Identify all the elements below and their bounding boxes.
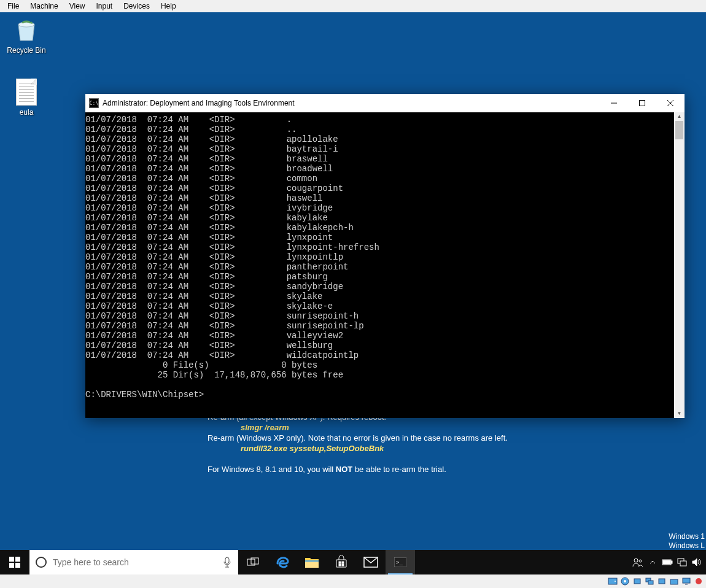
vm-menu-help[interactable]: Help bbox=[156, 1, 181, 11]
cortana-icon[interactable] bbox=[29, 557, 53, 568]
svg-rect-5 bbox=[9, 557, 14, 562]
svg-text:>_: >_ bbox=[396, 559, 403, 565]
vm-menu-view[interactable]: View bbox=[64, 1, 90, 11]
people-icon[interactable] bbox=[631, 550, 645, 574]
svg-rect-7 bbox=[9, 563, 14, 568]
vm-hdd-icon[interactable] bbox=[608, 576, 618, 586]
vm-usb-icon[interactable] bbox=[657, 576, 667, 586]
tray-battery-icon[interactable] bbox=[661, 550, 674, 574]
svg-point-31 bbox=[615, 581, 616, 582]
vm-recording-icon[interactable] bbox=[694, 576, 704, 586]
windows-desktop[interactable]: Re-arm (all except Windows XP). Requires… bbox=[0, 12, 706, 562]
text-file-icon bbox=[16, 79, 37, 106]
windows-logo-icon bbox=[9, 557, 20, 568]
desktop-icon-label: Recycle Bin bbox=[3, 46, 50, 55]
bg-line3: For Windows 8, 8.1 and 10, you will NOT … bbox=[208, 464, 508, 474]
svg-rect-29 bbox=[680, 561, 686, 566]
desktop-background-text: Re-arm (all except Windows XP). Requires… bbox=[208, 412, 508, 474]
scroll-down-icon[interactable]: ▼ bbox=[674, 409, 685, 418]
store-icon bbox=[335, 555, 348, 569]
svg-rect-8 bbox=[15, 563, 20, 568]
mic-icon[interactable] bbox=[216, 557, 238, 568]
vm-optical-icon[interactable] bbox=[620, 576, 630, 586]
cmd-titlebar[interactable]: C:\ Administrator: Deployment and Imagin… bbox=[85, 94, 685, 112]
svg-point-23 bbox=[634, 559, 638, 562]
svg-rect-18 bbox=[339, 564, 341, 566]
svg-rect-19 bbox=[342, 564, 344, 566]
vm-menu-input[interactable]: Input bbox=[91, 1, 118, 11]
svg-point-41 bbox=[696, 578, 702, 584]
vm-audio-icon[interactable] bbox=[632, 576, 642, 586]
tray-volume-icon[interactable] bbox=[690, 550, 704, 574]
svg-point-33 bbox=[624, 580, 626, 582]
vm-menubar: File Machine View Input Devices Help bbox=[0, 0, 706, 12]
vm-network-icon[interactable] bbox=[645, 576, 654, 586]
scroll-thumb[interactable] bbox=[675, 121, 683, 139]
cmd-titlebar-icon: C:\ bbox=[89, 98, 99, 108]
start-button[interactable] bbox=[0, 550, 29, 574]
desktop-icon-eula[interactable]: eula bbox=[3, 79, 50, 117]
task-view-icon bbox=[247, 557, 259, 567]
scroll-up-icon[interactable]: ▲ bbox=[674, 112, 685, 121]
cmd-icon: >_ bbox=[394, 557, 406, 567]
tray-network-icon[interactable] bbox=[675, 550, 689, 574]
mail-icon bbox=[363, 557, 378, 568]
svg-rect-39 bbox=[683, 578, 690, 583]
minimize-button[interactable] bbox=[600, 94, 628, 112]
taskbar-app-store[interactable] bbox=[327, 550, 356, 574]
cmd-output-area[interactable]: 01/07/2018 07:24 AM <DIR> . 01/07/2018 0… bbox=[85, 112, 674, 418]
edge-icon bbox=[275, 555, 290, 570]
vm-display-icon[interactable] bbox=[681, 576, 691, 586]
vm-menu-devices[interactable]: Devices bbox=[118, 1, 155, 11]
close-button[interactable] bbox=[656, 94, 685, 112]
svg-rect-36 bbox=[648, 581, 653, 584]
vm-menu-machine[interactable]: Machine bbox=[25, 1, 63, 11]
svg-rect-6 bbox=[15, 557, 20, 562]
svg-rect-38 bbox=[670, 579, 678, 584]
svg-rect-37 bbox=[659, 579, 665, 584]
svg-rect-26 bbox=[671, 561, 672, 563]
task-view-button[interactable] bbox=[238, 550, 268, 574]
cmd-window[interactable]: C:\ Administrator: Deployment and Imagin… bbox=[85, 94, 685, 418]
system-tray bbox=[629, 550, 706, 574]
vm-menu-file[interactable]: File bbox=[2, 1, 24, 11]
bg-cmd2: rundll32.exe syssetup,SetupOobeBnk bbox=[241, 443, 508, 454]
svg-rect-15 bbox=[305, 560, 319, 562]
taskbar-app-cmd[interactable]: >_ bbox=[386, 550, 415, 574]
svg-rect-16 bbox=[339, 562, 341, 563]
bg-cmd1: slmgr /rearm bbox=[241, 422, 508, 433]
cmd-prompt: C:\DRIVERS\WIN\Chipset> bbox=[85, 390, 204, 400]
file-explorer-icon bbox=[305, 555, 319, 569]
svg-rect-9 bbox=[225, 557, 229, 563]
vm-shared-folders-icon[interactable] bbox=[669, 576, 679, 586]
svg-point-24 bbox=[639, 560, 642, 562]
taskbar-app-explorer[interactable] bbox=[297, 550, 327, 574]
cmd-scrollbar[interactable]: ▲ ▼ bbox=[674, 112, 685, 418]
desktop-icon-label: eula bbox=[3, 108, 50, 117]
bg-line2: Re-arm (Windows XP only). Note that no e… bbox=[208, 433, 508, 443]
svg-rect-2 bbox=[640, 101, 645, 106]
desktop-icon-recycle-bin[interactable]: Recycle Bin bbox=[3, 16, 50, 55]
maximize-button[interactable] bbox=[628, 94, 656, 112]
taskbar-search[interactable] bbox=[29, 550, 238, 574]
svg-rect-27 bbox=[663, 560, 670, 564]
svg-rect-17 bbox=[342, 562, 344, 563]
svg-rect-34 bbox=[634, 579, 640, 584]
taskbar-app-edge[interactable] bbox=[268, 550, 297, 574]
vm-status-bar bbox=[0, 574, 706, 588]
tray-chevron-up-icon[interactable] bbox=[646, 550, 659, 574]
windows-taskbar: >_ bbox=[0, 550, 706, 574]
recycle-bin-icon bbox=[12, 16, 41, 44]
taskbar-app-mail[interactable] bbox=[356, 550, 386, 574]
cmd-title: Administrator: Deployment and Imaging To… bbox=[103, 99, 600, 107]
search-input[interactable] bbox=[53, 557, 216, 567]
